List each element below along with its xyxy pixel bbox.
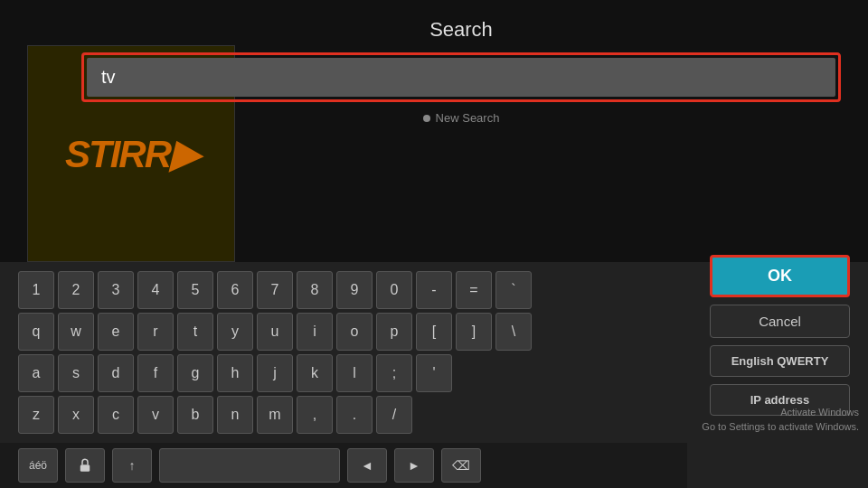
- key-a[interactable]: a: [18, 354, 54, 392]
- key-period[interactable]: .: [336, 396, 373, 434]
- key-6[interactable]: 6: [217, 271, 253, 309]
- backspace-key[interactable]: ⌫: [441, 448, 481, 483]
- key-t[interactable]: t: [177, 313, 213, 351]
- key-7[interactable]: 7: [257, 271, 293, 309]
- key-v[interactable]: v: [137, 396, 174, 434]
- key-s[interactable]: s: [58, 354, 94, 392]
- lock-key[interactable]: [65, 448, 105, 483]
- svg-rect-0: [80, 465, 90, 472]
- key-rbracket[interactable]: ]: [456, 313, 492, 351]
- key-semicolon[interactable]: ;: [376, 354, 412, 392]
- bottom-toolbar: áéö ↑ ◄ ► ⌫: [0, 443, 687, 488]
- key-row-zxcv: z x c v b n m , . /: [18, 396, 669, 434]
- key-2[interactable]: 2: [58, 271, 94, 309]
- key-i[interactable]: i: [297, 313, 333, 351]
- key-j[interactable]: j: [257, 354, 293, 392]
- key-backslash[interactable]: \: [495, 313, 532, 351]
- search-input-wrapper: [81, 52, 841, 102]
- key-equals[interactable]: =: [456, 271, 492, 309]
- key-o[interactable]: o: [336, 313, 373, 351]
- activate-windows-line1: Activate Windows: [702, 406, 859, 419]
- key-3[interactable]: 3: [98, 271, 134, 309]
- key-9[interactable]: 9: [336, 271, 373, 309]
- key-q[interactable]: q: [18, 313, 54, 351]
- shift-key[interactable]: ↑: [112, 448, 152, 483]
- cancel-button[interactable]: Cancel: [710, 305, 850, 338]
- search-input[interactable]: [87, 58, 835, 97]
- key-k[interactable]: k: [297, 354, 333, 392]
- ok-button[interactable]: OK: [710, 255, 850, 297]
- key-x[interactable]: x: [58, 396, 94, 434]
- key-u[interactable]: u: [257, 313, 293, 351]
- key-row-asdf: a s d f g h j k l ; ': [18, 354, 669, 392]
- key-w[interactable]: w: [58, 313, 94, 351]
- dot-icon: [423, 115, 430, 122]
- left-arrow-key[interactable]: ◄: [347, 448, 387, 483]
- key-f[interactable]: f: [137, 354, 174, 392]
- key-slash[interactable]: /: [376, 396, 412, 434]
- key-p[interactable]: p: [376, 313, 412, 351]
- key-r[interactable]: r: [137, 313, 174, 351]
- activate-windows-line2: Go to Settings to activate Windows.: [702, 420, 859, 434]
- key-dash[interactable]: -: [416, 271, 452, 309]
- keyboard-rows: 1 2 3 4 5 6 7 8 9 0 - = ` q w e r t y u …: [18, 271, 669, 434]
- key-c[interactable]: c: [98, 396, 134, 434]
- key-h[interactable]: h: [217, 354, 253, 392]
- key-8[interactable]: 8: [297, 271, 333, 309]
- search-dialog: Search New Search: [81, 18, 841, 128]
- key-b[interactable]: b: [177, 396, 213, 434]
- lock-icon: [77, 457, 93, 474]
- key-lbracket[interactable]: [: [416, 313, 452, 351]
- key-n[interactable]: n: [217, 396, 253, 434]
- right-buttons: OK Cancel English QWERTY IP address: [710, 255, 850, 416]
- key-row-numbers: 1 2 3 4 5 6 7 8 9 0 - = `: [18, 271, 669, 309]
- search-title: Search: [81, 18, 841, 42]
- key-d[interactable]: d: [98, 354, 134, 392]
- special-chars-key[interactable]: áéö: [18, 448, 58, 483]
- key-1[interactable]: 1: [18, 271, 54, 309]
- stirr-logo-text: STIRR▶: [65, 132, 197, 176]
- key-e[interactable]: e: [98, 313, 134, 351]
- new-search-label: New Search: [81, 111, 841, 125]
- key-4[interactable]: 4: [137, 271, 174, 309]
- activate-windows-notice: Activate Windows Go to Settings to activ…: [702, 406, 859, 434]
- key-y[interactable]: y: [217, 313, 253, 351]
- key-comma[interactable]: ,: [297, 396, 333, 434]
- key-quote[interactable]: ': [416, 354, 452, 392]
- key-0[interactable]: 0: [376, 271, 412, 309]
- key-l[interactable]: l: [336, 354, 373, 392]
- key-5[interactable]: 5: [177, 271, 213, 309]
- key-z[interactable]: z: [18, 396, 54, 434]
- right-arrow-key[interactable]: ►: [394, 448, 434, 483]
- key-backtick[interactable]: `: [495, 271, 532, 309]
- layout-button[interactable]: English QWERTY: [710, 345, 850, 377]
- key-row-qwerty: q w e r t y u i o p [ ] \: [18, 313, 669, 351]
- key-m[interactable]: m: [257, 396, 293, 434]
- key-g[interactable]: g: [177, 354, 213, 392]
- spacebar-key[interactable]: [159, 448, 340, 483]
